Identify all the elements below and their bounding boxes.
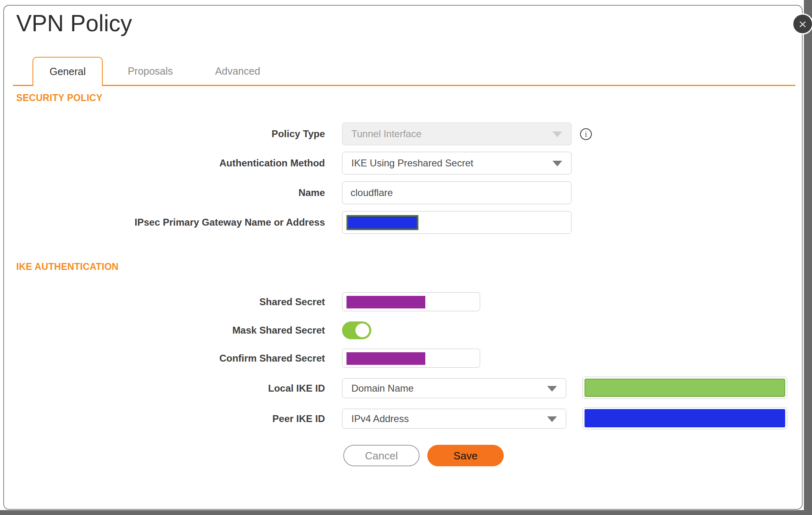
local-ike-id-label: Local IKE ID	[4, 378, 325, 398]
local-ike-id-type-value: Domain Name	[351, 379, 546, 398]
authentication-method-select[interactable]: IKE Using Preshared Secret	[342, 152, 572, 175]
redacted-shared-secret-value	[346, 296, 425, 308]
chevron-down-icon	[552, 161, 562, 166]
peer-ike-id-type-select[interactable]: IPv4 Address	[342, 409, 566, 429]
info-icon[interactable]: i	[580, 128, 592, 140]
close-icon: ×	[793, 15, 812, 33]
tab-general[interactable]: General	[32, 57, 103, 86]
redacted-gateway-value	[346, 215, 418, 230]
save-button[interactable]: Save	[427, 445, 504, 466]
confirm-shared-secret-input[interactable]	[342, 349, 480, 368]
shared-secret-input[interactable]	[342, 292, 480, 311]
chevron-down-icon	[547, 386, 557, 392]
close-button[interactable]: ×	[792, 13, 812, 34]
redacted-confirm-shared-secret-value	[346, 352, 425, 365]
peer-ike-id-value-input[interactable]	[582, 407, 787, 429]
tab-proposals[interactable]: Proposals	[110, 57, 191, 85]
peer-ike-id-label: Peer IKE ID	[4, 409, 325, 429]
page-title: VPN Policy	[16, 10, 132, 37]
vpn-policy-dialog: VPN Policy General Proposals Advanced SE…	[3, 5, 803, 510]
tab-advanced[interactable]: Advanced	[197, 57, 278, 85]
gateway-input[interactable]	[342, 211, 572, 234]
ike-authentication-heading: IKE AUTHENTICATION	[16, 261, 119, 272]
chevron-down-icon	[547, 416, 557, 422]
local-ike-id-type-select[interactable]: Domain Name	[342, 378, 566, 398]
policy-type-label: Policy Type	[4, 123, 325, 145]
policy-type-select: Tunnel Interface	[342, 123, 572, 145]
modal-backdrop-bottom	[0, 510, 812, 515]
chevron-down-icon	[552, 131, 562, 137]
redacted-local-ike-id-value	[585, 379, 785, 397]
gateway-label: IPsec Primary Gateway Name or Address	[4, 211, 325, 234]
toggle-knob	[355, 323, 369, 337]
mask-shared-secret-toggle[interactable]	[342, 321, 371, 339]
policy-type-value: Tunnel Interface	[351, 123, 551, 145]
shared-secret-label: Shared Secret	[4, 292, 325, 311]
mask-shared-secret-label: Mask Shared Secret	[4, 321, 325, 339]
redacted-peer-ike-id-value	[585, 409, 785, 427]
modal-backdrop-right	[804, 0, 812, 515]
authentication-method-value: IKE Using Preshared Secret	[351, 152, 551, 174]
name-input[interactable]	[342, 181, 572, 204]
name-label: Name	[4, 181, 325, 204]
security-policy-heading: SECURITY POLICY	[16, 93, 102, 103]
cancel-button[interactable]: Cancel	[343, 445, 420, 466]
confirm-shared-secret-label: Confirm Shared Secret	[4, 349, 325, 368]
peer-ike-id-type-value: IPv4 Address	[351, 409, 546, 428]
local-ike-id-value-input[interactable]	[582, 377, 787, 399]
authentication-method-label: Authentication Method	[4, 152, 325, 175]
